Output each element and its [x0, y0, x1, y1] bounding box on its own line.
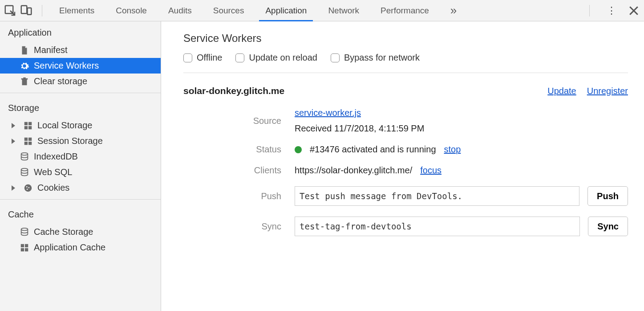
checkbox-label: Bypass for network	[344, 53, 420, 63]
svg-point-12	[21, 168, 28, 171]
sw-origin: solar-donkey.glitch.me	[183, 86, 284, 96]
checkbox-icon	[331, 53, 340, 62]
database-icon	[20, 168, 29, 177]
sidebar-item-label: Web SQL	[34, 167, 72, 177]
svg-point-17	[21, 228, 28, 230]
checkbox-label: Offline	[197, 53, 222, 63]
update-on-reload-checkbox[interactable]: Update on reload	[235, 53, 317, 63]
received-text: Received 11/7/2018, 4:11:59 PM	[295, 123, 424, 134]
cookie-icon	[23, 183, 33, 193]
sidebar-item-label: Cache Storage	[34, 227, 93, 237]
tab-network[interactable]: Network	[317, 0, 370, 21]
sidebar-divider	[0, 93, 161, 93]
inspect-element-icon[interactable]	[4, 4, 17, 17]
svg-point-11	[21, 152, 28, 155]
sidebar-section-storage: Storage	[0, 97, 161, 118]
focus-link[interactable]: focus	[420, 165, 441, 176]
status-text: #13476 activated and is running	[310, 144, 436, 155]
svg-rect-5	[24, 126, 28, 129]
grid-icon	[20, 243, 29, 253]
svg-rect-19	[25, 244, 28, 247]
close-icon[interactable]	[627, 4, 640, 17]
sidebar-item-cache-storage[interactable]: Cache Storage	[0, 224, 161, 240]
gear-icon	[20, 61, 29, 71]
sync-input[interactable]	[295, 217, 580, 236]
trash-icon	[20, 77, 29, 86]
svg-rect-10	[28, 141, 32, 144]
tab-application[interactable]: Application	[255, 0, 317, 21]
toolbar-right: ⋮	[583, 4, 640, 17]
sidebar-item-label: Cookies	[37, 183, 69, 193]
toolbar-divider	[589, 5, 590, 16]
source-label: Source	[183, 116, 281, 126]
status-label: Status	[183, 144, 281, 155]
sidebar-section-cache: Cache	[0, 203, 161, 224]
sidebar-item-cookies[interactable]: Cookies	[0, 180, 161, 196]
stop-link[interactable]: stop	[444, 144, 461, 155]
client-url: https://solar-donkey.glitch.me/	[295, 165, 412, 176]
bypass-checkbox[interactable]: Bypass for network	[331, 53, 420, 63]
update-link[interactable]: Update	[547, 86, 576, 96]
svg-point-16	[27, 188, 28, 190]
svg-rect-18	[21, 244, 24, 247]
sidebar-item-label: Local Storage	[37, 120, 92, 131]
database-icon	[20, 152, 29, 162]
tabs-overflow-icon[interactable]: »	[440, 0, 467, 21]
devtools-toolbar: Elements Console Audits Sources Applicat…	[0, 0, 644, 21]
svg-rect-2	[28, 8, 32, 14]
push-input[interactable]	[295, 186, 579, 206]
sidebar-item-session-storage[interactable]: Session Storage	[0, 133, 161, 149]
tab-console[interactable]: Console	[105, 0, 158, 21]
checkbox-icon	[235, 53, 244, 62]
tab-sources[interactable]: Sources	[203, 0, 255, 21]
svg-point-13	[24, 184, 32, 192]
clients-label: Clients	[183, 165, 281, 176]
svg-rect-1	[21, 5, 27, 13]
sidebar-divider	[0, 199, 161, 200]
application-sidebar: Application Manifest Service Workers Cle…	[0, 21, 161, 311]
toolbar-divider	[42, 5, 42, 16]
sidebar-item-indexeddb[interactable]: IndexedDB	[0, 149, 161, 164]
unregister-link[interactable]: Unregister	[587, 86, 628, 96]
sidebar-item-websql[interactable]: Web SQL	[0, 164, 161, 180]
sidebar-item-local-storage[interactable]: Local Storage	[0, 118, 161, 133]
panel-title: Service Workers	[183, 32, 628, 45]
service-workers-panel: Service Workers Offline Update on reload…	[161, 21, 644, 311]
sidebar-item-application-cache[interactable]: Application Cache	[0, 240, 161, 255]
expand-arrow-icon	[12, 185, 15, 191]
sync-button[interactable]: Sync	[588, 217, 628, 236]
tab-audits[interactable]: Audits	[158, 0, 203, 21]
sidebar-item-label: Service Workers	[34, 61, 99, 71]
sidebar-item-label: Application Cache	[34, 242, 105, 253]
sw-entry: solar-donkey.glitch.me Update Unregister…	[183, 86, 628, 236]
sidebar-item-manifest[interactable]: Manifest	[0, 42, 161, 58]
svg-point-15	[28, 187, 29, 188]
toggle-device-icon[interactable]	[20, 4, 33, 17]
svg-rect-21	[25, 248, 28, 251]
offline-checkbox[interactable]: Offline	[183, 53, 222, 63]
expand-arrow-icon	[12, 123, 15, 128]
sidebar-item-label: Session Storage	[37, 136, 103, 146]
sidebar-section-application: Application	[0, 21, 161, 42]
database-icon	[20, 227, 29, 237]
sidebar-item-label: Manifest	[34, 45, 68, 55]
sidebar-item-label: Clear storage	[34, 76, 87, 86]
push-label: Push	[183, 191, 281, 201]
grid-icon	[23, 121, 33, 131]
sw-options-row: Offline Update on reload Bypass for netw…	[183, 53, 628, 73]
toolbar-tabs: Elements Console Audits Sources Applicat…	[49, 0, 467, 21]
tab-elements[interactable]: Elements	[49, 0, 105, 21]
source-file-link[interactable]: service-worker.js	[295, 108, 361, 118]
checkbox-icon	[183, 53, 192, 62]
sidebar-item-service-workers[interactable]: Service Workers	[0, 58, 161, 74]
more-options-icon[interactable]: ⋮	[605, 4, 618, 17]
svg-rect-7	[24, 137, 28, 140]
grid-icon	[23, 136, 33, 146]
tab-performance[interactable]: Performance	[370, 0, 440, 21]
sidebar-item-clear-storage[interactable]: Clear storage	[0, 74, 161, 89]
checkbox-label: Update on reload	[249, 53, 317, 63]
svg-rect-9	[24, 141, 28, 144]
svg-rect-6	[28, 126, 32, 129]
sync-label: Sync	[183, 221, 281, 232]
push-button[interactable]: Push	[587, 186, 628, 206]
